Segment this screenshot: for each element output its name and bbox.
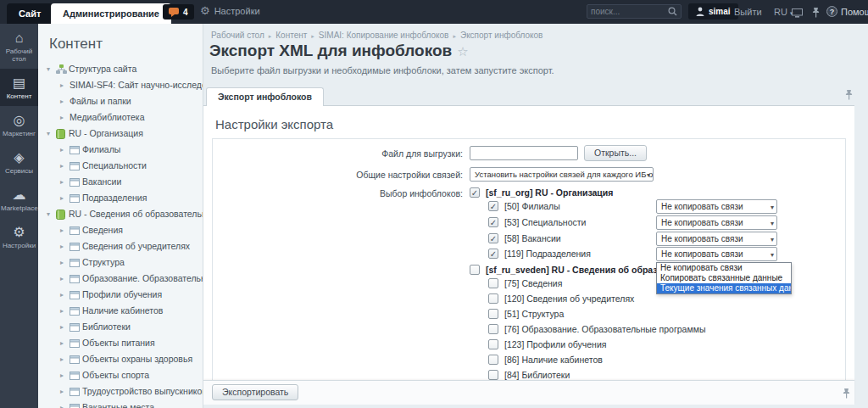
expand-arrow-icon[interactable]: ▸ bbox=[60, 367, 70, 383]
expand-arrow-icon[interactable]: ▸ bbox=[60, 400, 70, 408]
topbar-settings-button[interactable]: ⚙ Настройки bbox=[200, 5, 260, 16]
tree-item-structure[interactable]: ▸ Структура bbox=[38, 254, 203, 271]
tree-item-vacancies[interactable]: ▸ Вакансии bbox=[38, 174, 203, 190]
expand-arrow-icon[interactable]: ▸ bbox=[60, 222, 70, 238]
checkbox-cabinets[interactable] bbox=[488, 355, 498, 365]
rail-item-services[interactable]: ◈ Сервисы bbox=[0, 143, 38, 181]
checkbox-founders[interactable] bbox=[488, 293, 498, 304]
tree-item-founders[interactable]: ▸ Сведения об учредителях bbox=[38, 238, 203, 254]
tree-item-libraries[interactable]: ▸ Библиотеки bbox=[38, 319, 203, 335]
expand-arrow-icon[interactable]: ▸ bbox=[60, 351, 70, 367]
notifications-badge[interactable]: 4 bbox=[163, 4, 194, 20]
logout-link[interactable]: Выйти bbox=[734, 7, 762, 17]
checkbox-group-sveden[interactable] bbox=[470, 265, 480, 275]
links-select-departments-open[interactable]: Не копировать связи ▾ bbox=[656, 247, 777, 261]
tabbar-pin-button[interactable] bbox=[845, 88, 853, 103]
tree-item-vacant-places[interactable]: ▸ Вакантные места bbox=[38, 400, 203, 408]
expand-arrow-icon[interactable]: ▸ bbox=[60, 77, 70, 93]
iblock-label-education[interactable]: [76] Образование. Образовательные програ… bbox=[504, 324, 705, 334]
tree-item-ru-sveden[interactable]: ▾ RU - Сведения об образовательной орган… bbox=[38, 206, 203, 222]
tree-item-sport-objects[interactable]: ▸ Объекты спорта bbox=[38, 367, 203, 383]
tree-item-specialties[interactable]: ▸ Специальности bbox=[38, 158, 203, 174]
iblock-label-specialties[interactable]: [53] Специальности bbox=[504, 217, 586, 227]
breadcrumb-link[interactable]: Рабочий стол bbox=[211, 31, 264, 40]
rail-item-desktop[interactable]: ⌂ Рабочий стол bbox=[0, 24, 38, 69]
breadcrumb-link[interactable]: SIMAI: Копирование инфоблоков bbox=[319, 31, 449, 40]
links-settings-select[interactable]: Установить настройки связей для каждого … bbox=[470, 167, 654, 182]
tree-item-education-programs[interactable]: ▸ Образование. Образовательные программы bbox=[38, 271, 203, 287]
expand-arrow-icon[interactable]: ▸ bbox=[60, 383, 70, 400]
expand-arrow-icon[interactable]: ▸ bbox=[60, 142, 70, 158]
language-selector[interactable]: RU ▾ bbox=[774, 7, 793, 17]
tab-administration[interactable]: Администрирование bbox=[51, 3, 171, 24]
expand-arrow-icon[interactable]: ▸ bbox=[60, 254, 70, 271]
footer-pin-button[interactable] bbox=[843, 387, 850, 402]
rail-item-marketplace[interactable]: ☁ Marketplace bbox=[0, 181, 38, 218]
iblock-label-profiles[interactable]: [123] Профили обучения bbox=[504, 339, 606, 349]
iblock-label-cabinets[interactable]: [86] Наличие кабинетов bbox=[504, 355, 603, 365]
tree-item-departments[interactable]: ▸ Подразделения bbox=[38, 190, 203, 206]
topbar-pin-button[interactable] bbox=[812, 7, 820, 20]
iblock-label-founders[interactable]: [120] Сведения об учредителях bbox=[504, 293, 634, 304]
expand-arrow-icon[interactable]: ▾ bbox=[47, 126, 56, 142]
tree-item-ru-organization[interactable]: ▾ RU - Организация bbox=[38, 126, 203, 142]
expand-arrow-icon[interactable]: ▸ bbox=[60, 238, 70, 254]
expand-arrow-icon[interactable]: ▾ bbox=[47, 206, 56, 222]
expand-arrow-icon[interactable]: ▸ bbox=[60, 158, 70, 174]
help-button[interactable]: ? Помощь bbox=[826, 6, 868, 17]
expand-arrow-icon[interactable]: ▸ bbox=[60, 271, 70, 287]
iblock-label-vacancies[interactable]: [58] Вакансии bbox=[504, 233, 561, 243]
expand-arrow-icon[interactable]: ▸ bbox=[60, 303, 70, 319]
group-org-label[interactable]: [sf_ru_org] RU - Организация bbox=[486, 187, 613, 198]
checkbox-group-org[interactable]: ✓ bbox=[470, 187, 480, 198]
tree-item-simai-sf4[interactable]: ▸ SIMAI-SF4: Сайт научно-исследовательск… bbox=[38, 77, 203, 93]
iblock-label-sveden[interactable]: [75] Сведения bbox=[504, 278, 562, 288]
checkbox-vacancies[interactable]: ✓ bbox=[488, 233, 498, 243]
user-menu-button[interactable]: simai bbox=[688, 3, 738, 20]
checkbox-specialties[interactable]: ✓ bbox=[488, 217, 498, 227]
breadcrumb-link[interactable]: Контент bbox=[275, 31, 307, 40]
tab-site[interactable]: Сайт bbox=[7, 3, 53, 24]
breadcrumb-link[interactable]: Экспорт инфоблоков bbox=[460, 31, 542, 40]
search-input[interactable] bbox=[591, 7, 668, 16]
rail-item-settings[interactable]: ⚙ Настройки bbox=[0, 218, 38, 255]
checkbox-branches[interactable]: ✓ bbox=[488, 201, 498, 211]
links-select-specialties[interactable]: Не копировать связи ▾ bbox=[656, 215, 777, 230]
dropdown-option-no-copy[interactable]: Не копировать связи bbox=[657, 263, 791, 273]
expand-arrow-icon[interactable]: ▸ bbox=[60, 174, 70, 190]
expand-arrow-icon[interactable]: ▸ bbox=[60, 109, 70, 126]
rail-item-content[interactable]: ▤ Контент bbox=[0, 69, 38, 106]
export-button[interactable]: Экспортировать bbox=[212, 384, 298, 400]
checkbox-departments[interactable]: ✓ bbox=[488, 249, 498, 259]
checkbox-sveden[interactable] bbox=[488, 278, 498, 288]
links-select-branches[interactable]: Не копировать связи ▾ bbox=[656, 199, 777, 214]
tab-export-iblocks[interactable]: Экспорт инфоблоков bbox=[206, 87, 324, 106]
dropdown-option-current-values[interactable]: Текущие значения связанных данных bbox=[657, 283, 791, 293]
links-select-vacancies[interactable]: Не копировать связи ▾ bbox=[656, 232, 777, 246]
iblock-label-branches[interactable]: [50] Филиалы bbox=[504, 201, 560, 211]
expand-arrow-icon[interactable]: ▾ bbox=[47, 61, 56, 77]
expand-arrow-icon[interactable]: ▸ bbox=[60, 287, 70, 303]
tree-item-medialibrary[interactable]: ▸ Медиабиблиотека bbox=[38, 109, 203, 126]
tree-item-graduates-employment[interactable]: ▸ Трудоустройство выпускников bbox=[38, 383, 203, 400]
tree-item-branches[interactable]: ▸ Филиалы bbox=[38, 142, 203, 158]
checkbox-structure[interactable] bbox=[488, 309, 498, 319]
checkbox-profiles[interactable] bbox=[488, 339, 498, 349]
tree-item-site-structure[interactable]: ▾ Структура сайта bbox=[38, 61, 203, 77]
checkbox-education[interactable] bbox=[488, 324, 498, 334]
expand-arrow-icon[interactable]: ▸ bbox=[60, 319, 70, 335]
search-box[interactable] bbox=[587, 4, 682, 19]
dropdown-option-copy-linked[interactable]: Копировать связанные данные bbox=[657, 273, 791, 283]
tree-item-sveden[interactable]: ▸ Сведения bbox=[38, 222, 203, 238]
open-file-button[interactable]: Открыть... bbox=[584, 145, 647, 161]
fullscreen-button[interactable] bbox=[792, 7, 803, 20]
rail-item-marketing[interactable]: ◎ Маркетинг bbox=[0, 106, 38, 143]
tree-item-cabinets[interactable]: ▸ Наличие кабинетов bbox=[38, 303, 203, 319]
iblock-label-departments[interactable]: [119] Подразделения bbox=[504, 249, 591, 259]
tree-item-files-folders[interactable]: ▸ Файлы и папки bbox=[38, 93, 203, 109]
iblock-label-structure[interactable]: [51] Структура bbox=[504, 309, 564, 319]
export-file-input[interactable] bbox=[470, 146, 578, 160]
tree-item-health-objects[interactable]: ▸ Объекты охраны здоровья bbox=[38, 351, 203, 367]
checkbox-libraries[interactable] bbox=[488, 370, 498, 380]
favorite-star-icon[interactable]: ☆ bbox=[457, 44, 468, 59]
